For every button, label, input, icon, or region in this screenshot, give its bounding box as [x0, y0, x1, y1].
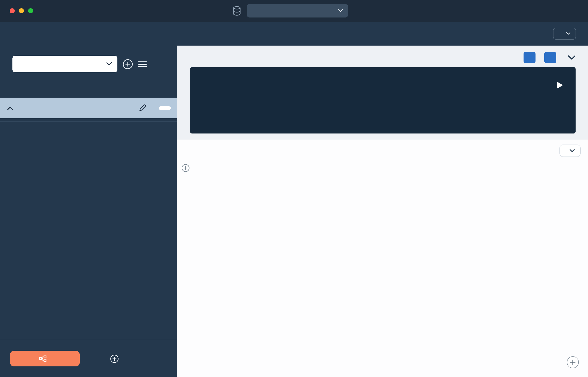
branch-selector-dropdown[interactable] — [12, 56, 117, 72]
main-panel — [177, 46, 588, 377]
copy-button[interactable] — [544, 52, 556, 63]
sidebar-item-salaries[interactable] — [0, 98, 177, 118]
minimize-window-button[interactable] — [19, 8, 24, 13]
plus-circle-icon — [110, 354, 119, 363]
selected-table-section — [0, 98, 177, 118]
maximize-window-button[interactable] — [28, 8, 33, 13]
window-controls — [10, 8, 33, 13]
sidebar-footer — [0, 340, 177, 377]
menu-icon — [138, 60, 147, 67]
add-row-button[interactable] — [567, 356, 579, 368]
results-section — [177, 139, 588, 377]
er-diagram-icon — [39, 355, 47, 362]
viewing-badge — [159, 106, 171, 110]
pencil-icon — [139, 104, 146, 111]
plus-circle-icon — [122, 59, 133, 69]
plus-circle-icon — [181, 164, 190, 172]
branch-menu-button[interactable] — [138, 60, 147, 67]
add-column-button[interactable] — [181, 164, 190, 172]
chevron-down-icon — [570, 149, 575, 152]
sidebar-tabs — [0, 82, 177, 98]
query-section — [177, 46, 588, 139]
sql-editor[interactable] — [190, 67, 576, 133]
er-diagram-button[interactable] — [10, 351, 80, 366]
chevron-down-icon — [338, 9, 343, 12]
plus-icon — [570, 360, 576, 365]
chevron-up-icon — [7, 106, 13, 110]
new-branch-button[interactable] — [122, 59, 133, 69]
edit-table-button[interactable] — [139, 104, 146, 113]
add-button[interactable] — [553, 28, 576, 40]
chevron-down-icon — [568, 55, 576, 60]
create-view-button[interactable] — [524, 52, 536, 63]
chevron-down-icon — [566, 32, 571, 35]
close-window-button[interactable] — [10, 8, 15, 13]
window-titlebar — [0, 0, 588, 22]
options-button[interactable] — [559, 144, 581, 157]
run-query-button[interactable] — [556, 81, 564, 89]
dolt-workbench-window — [0, 0, 588, 377]
collapse-query-button[interactable] — [568, 53, 576, 62]
chevron-down-icon — [106, 62, 112, 66]
sidebar — [0, 46, 177, 377]
play-icon — [556, 81, 564, 89]
database-selector-dropdown[interactable] — [247, 4, 348, 17]
add-new-table-button[interactable] — [110, 354, 123, 363]
table-list-after — [0, 121, 177, 121]
database-icon — [233, 6, 241, 16]
main-navigation — [0, 22, 588, 46]
dolt-workbench-logo — [574, 0, 577, 22]
